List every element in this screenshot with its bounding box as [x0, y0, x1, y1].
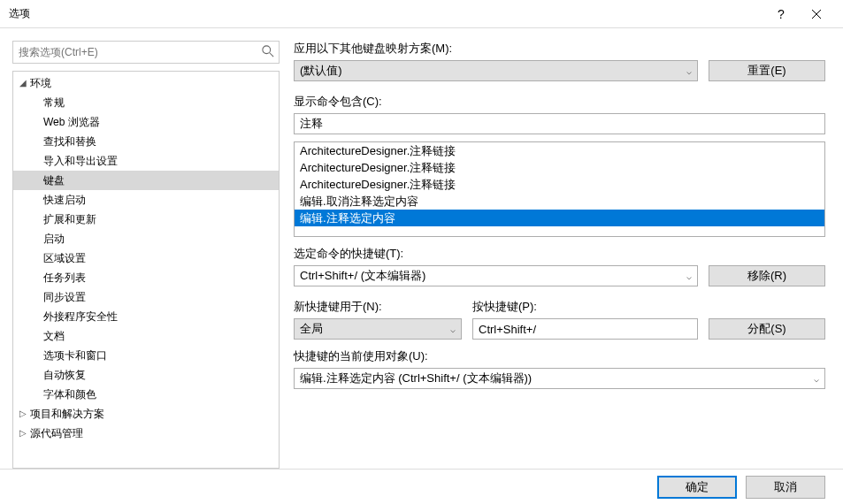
category-tree[interactable]: ◢ 环境 常规Web 浏览器查找和替换导入和导出设置键盘快速启动扩展和更新启动区… — [13, 72, 279, 468]
tree-item[interactable]: 扩展和更新 — [13, 210, 279, 229]
assign-button[interactable]: 分配(S) — [709, 318, 825, 340]
svg-point-2 — [263, 46, 271, 54]
tree-root-projects[interactable]: ▷ 项目和解决方案 — [13, 404, 279, 424]
tree-item[interactable]: 文档 — [13, 326, 279, 346]
left-panel: ◢ 环境 常规Web 浏览器查找和替换导入和导出设置键盘快速启动扩展和更新启动区… — [0, 28, 281, 469]
ok-button[interactable]: 确定 — [657, 476, 737, 499]
currently-combo[interactable]: 编辑.注释选定内容 (Ctrl+Shift+/ (文本编辑器)) ⌵ — [294, 368, 825, 389]
contains-label: 显示命令包含(C): — [294, 94, 825, 110]
close-icon — [812, 10, 821, 19]
help-button[interactable]: ? — [763, 0, 799, 28]
list-item[interactable]: ArchitectureDesigner.注释链接 — [295, 159, 824, 176]
scheme-combo[interactable]: (默认值) ⌵ — [294, 60, 698, 81]
reset-button[interactable]: 重置(E) — [709, 60, 825, 81]
tree-root-source-control[interactable]: ▷ 源代码管理 — [13, 424, 279, 443]
close-button[interactable] — [799, 0, 834, 28]
chevron-down-icon: ⌵ — [814, 374, 819, 384]
svg-line-3 — [270, 53, 273, 57]
scope-combo[interactable]: 全局 ⌵ — [294, 318, 462, 340]
filter-input[interactable] — [294, 113, 825, 134]
tree-item[interactable]: 同步设置 — [13, 287, 279, 307]
shortcut-combo[interactable]: Ctrl+Shift+/ (文本编辑器) ⌵ — [294, 265, 698, 286]
tree-item[interactable]: 查找和替换 — [13, 132, 279, 151]
tree-item[interactable]: 选项卡和窗口 — [13, 346, 279, 365]
scheme-label: 应用以下其他键盘映射方案(M): — [294, 41, 825, 57]
tree-root-environment[interactable]: ◢ 环境 — [13, 73, 279, 93]
expand-icon: ▷ — [19, 409, 27, 418]
tree-item[interactable]: 快速启动 — [13, 190, 279, 210]
chevron-down-icon: ⌵ — [450, 325, 456, 334]
search-input[interactable] — [12, 41, 280, 64]
chevron-down-icon: ⌵ — [686, 66, 692, 76]
list-item[interactable]: ArchitectureDesigner.注释链接 — [295, 176, 824, 193]
tree-item[interactable]: 启动 — [13, 229, 279, 248]
press-input[interactable] — [472, 318, 698, 340]
command-listbox[interactable]: ArchitectureDesigner.注释链接ArchitectureDes… — [294, 141, 825, 237]
tree-item[interactable]: 区域设置 — [13, 248, 279, 268]
currently-label: 快捷键的当前使用对象(U): — [294, 348, 825, 364]
tree-item[interactable]: 字体和颜色 — [13, 385, 279, 404]
tree-item[interactable]: 任务列表 — [13, 268, 279, 287]
expand-icon: ▷ — [19, 429, 27, 438]
list-item[interactable]: 编辑.注释选定内容 — [295, 210, 824, 226]
remove-button[interactable]: 移除(R) — [709, 265, 825, 286]
collapse-icon: ◢ — [19, 79, 27, 88]
titlebar: 选项 ? — [0, 0, 843, 28]
tree-item[interactable]: 键盘 — [13, 171, 279, 190]
tree-item[interactable]: 自动恢复 — [13, 365, 279, 385]
search-icon — [262, 45, 274, 57]
list-item[interactable]: 编辑.取消注释选定内容 — [295, 193, 824, 210]
dialog-footer: 确定 取消 — [0, 469, 843, 504]
cancel-button[interactable]: 取消 — [746, 476, 825, 499]
tree-item[interactable]: 常规 — [13, 93, 279, 112]
new-in-label: 新快捷键用于(N): — [294, 299, 462, 315]
tree-item[interactable]: Web 浏览器 — [13, 112, 279, 132]
tree-item[interactable]: 外接程序安全性 — [13, 307, 279, 326]
shortcuts-for-label: 选定命令的快捷键(T): — [294, 246, 825, 262]
right-panel: 应用以下其他键盘映射方案(M): (默认值) ⌵ 重置(E) 显示命令包含(C)… — [281, 28, 843, 469]
tree-item[interactable]: 导入和导出设置 — [13, 151, 279, 171]
window-title: 选项 — [9, 6, 763, 21]
press-label: 按快捷键(P): — [472, 299, 698, 315]
chevron-down-icon: ⌵ — [686, 271, 692, 281]
list-item[interactable]: ArchitectureDesigner.注释链接 — [295, 142, 824, 159]
